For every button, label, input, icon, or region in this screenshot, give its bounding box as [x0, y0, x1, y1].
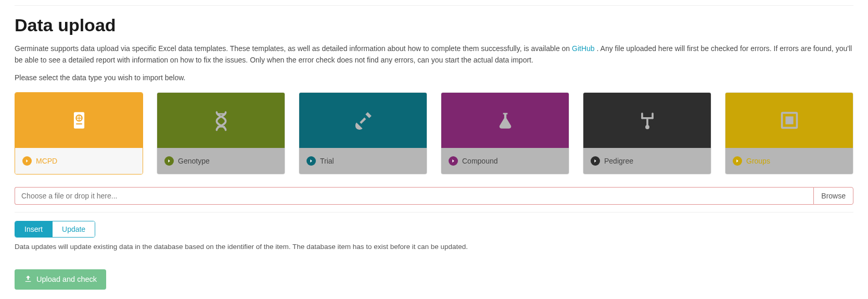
arrow-right-icon	[22, 156, 32, 166]
arrow-right-icon	[449, 156, 458, 166]
svg-rect-4	[76, 123, 82, 124]
card-label: Genotype	[178, 157, 210, 165]
intro-prefix: Germinate supports data upload via speci…	[15, 44, 572, 53]
arrow-right-icon	[164, 156, 174, 166]
insert-tab[interactable]: Insert	[15, 221, 52, 237]
card-mcpd[interactable]: MCPD	[15, 92, 143, 175]
svg-rect-14	[786, 117, 793, 123]
top-divider	[15, 5, 853, 6]
browse-button[interactable]: Browse	[813, 187, 853, 205]
svg-rect-7	[360, 117, 366, 123]
card-genotype[interactable]: Genotype	[157, 92, 285, 175]
card-label: Trial	[320, 157, 334, 165]
mode-toggle: Insert Update	[15, 221, 95, 238]
arrow-right-icon	[733, 156, 742, 166]
github-link[interactable]: GitHub	[572, 44, 595, 53]
card-label: MCPD	[36, 157, 57, 165]
card-label: Groups	[746, 157, 770, 165]
file-input-row: Browse	[15, 187, 853, 205]
mid-divider	[15, 212, 853, 213]
data-type-cards: MCPD Genotype	[15, 92, 853, 175]
dna-icon	[157, 93, 285, 148]
card-label: Pedigree	[604, 157, 633, 165]
update-tab[interactable]: Update	[52, 221, 95, 237]
upload-and-check-button[interactable]: Upload and check	[15, 269, 106, 290]
card-compound[interactable]: Compound	[441, 92, 569, 175]
card-trial[interactable]: Trial	[299, 92, 427, 175]
flask-icon	[441, 93, 569, 148]
group-icon	[725, 93, 853, 148]
card-groups[interactable]: Groups	[725, 92, 853, 175]
intro-paragraph: Germinate supports data upload via speci…	[15, 43, 853, 66]
tree-icon	[583, 93, 711, 148]
shovel-icon	[299, 93, 427, 148]
upload-icon	[24, 275, 32, 284]
file-input[interactable]	[15, 187, 813, 205]
help-text: Data updates will update existing data i…	[15, 243, 853, 251]
select-type-prompt: Please select the data type you wish to …	[15, 73, 853, 82]
card-label: Compound	[462, 157, 498, 165]
passport-icon	[15, 93, 143, 148]
upload-label: Upload and check	[36, 275, 97, 283]
arrow-right-icon	[307, 156, 316, 166]
svg-point-12	[646, 126, 648, 128]
page-title: Data upload	[15, 15, 853, 35]
card-pedigree[interactable]: Pedigree	[583, 92, 711, 175]
arrow-right-icon	[591, 156, 600, 166]
